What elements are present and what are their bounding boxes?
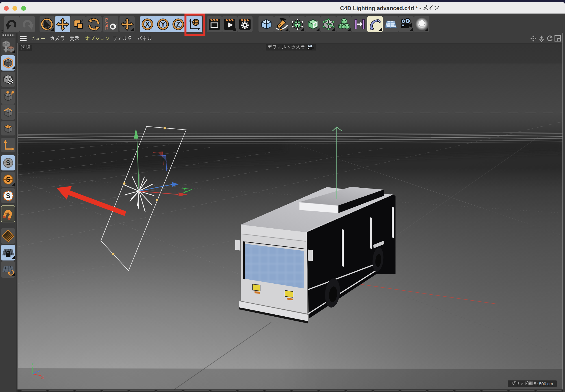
svg-text:S: S bbox=[6, 159, 10, 167]
svg-text:Y: Y bbox=[31, 362, 34, 366]
svg-text:R: R bbox=[105, 26, 108, 30]
svg-text:S: S bbox=[6, 176, 10, 183]
svg-text:Z: Z bbox=[176, 20, 181, 28]
svg-text:S: S bbox=[6, 192, 10, 200]
svg-text:X: X bbox=[145, 20, 150, 28]
svg-text:Y: Y bbox=[160, 20, 165, 28]
svg-text:Z: Z bbox=[38, 369, 40, 373]
svg-text:X: X bbox=[41, 375, 44, 380]
